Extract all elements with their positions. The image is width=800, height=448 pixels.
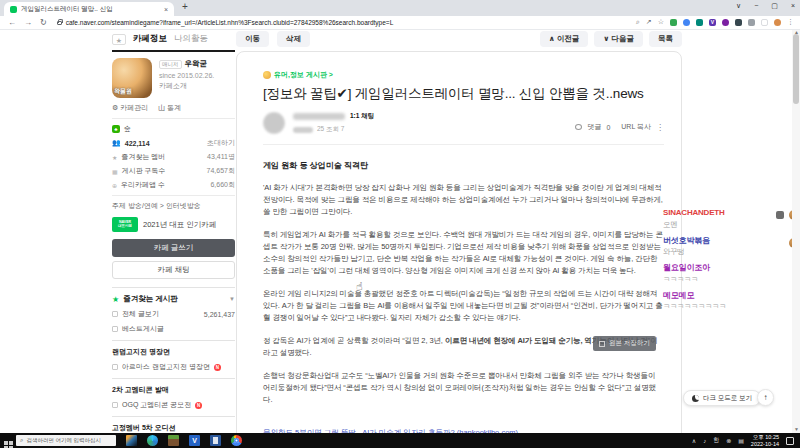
manager-badge: 매니저 <box>159 60 182 69</box>
profile-avatar-icon[interactable] <box>774 19 781 26</box>
chrome-icon[interactable] <box>231 435 242 446</box>
sidebar-section-gomemticon: 2차 고멤티콘 발매 <box>112 378 235 395</box>
taskbar-image-app-icon[interactable] <box>126 435 137 446</box>
cafe-app-value: 6,660회 <box>210 180 235 190</box>
delete-button[interactable]: 삭제 <box>277 31 310 47</box>
cafe-manage-link[interactable]: ⚙ 카페관리 <box>112 103 148 113</box>
forward-icon[interactable]: → <box>24 18 32 27</box>
minecraft-icon[interactable] <box>168 435 179 446</box>
scroll-down-arrow-icon[interactable]: ▼ <box>794 426 799 432</box>
extension-v-icon[interactable]: V <box>709 19 716 26</box>
board-icon <box>112 402 118 408</box>
tab-search-icon[interactable]: ∨ <box>736 2 741 10</box>
new-badge-icon: N <box>214 364 221 371</box>
extension-dark-icon[interactable] <box>735 19 742 26</box>
volume-icon[interactable]: ♪ <box>703 438 706 444</box>
cafe-topic[interactable]: 주제 방송/연예 > 인터넷방송 <box>112 201 235 211</box>
comment-label[interactable]: 댓글 <box>587 122 601 132</box>
scroll-to-top-button[interactable]: ↑ <box>757 389 774 406</box>
save-original-tooltip[interactable]: 원본 저장하기 <box>593 336 656 351</box>
dark-mode-button[interactable]: 다크 모드로 보기 <box>683 390 761 406</box>
tab-title: 게임일러스트레이터 멸망.. 신입 <box>21 5 160 14</box>
member-count: 422,114 <box>125 140 150 147</box>
board-icon <box>112 311 118 317</box>
tab-cafe-info[interactable]: 카페정보 <box>133 33 167 45</box>
cafe-favicon-icon <box>10 6 17 13</box>
cafe-grade: 숲 <box>124 124 131 134</box>
one-to-one-chat-badge[interactable]: 1:1 채팅 <box>350 112 374 121</box>
sidebar-item-best-posts[interactable]: 베스트게시글 <box>112 324 235 334</box>
members-icon: 👥 <box>112 139 121 147</box>
chevron-down-icon[interactable]: ▼ <box>229 296 235 302</box>
browser-tab-strip: 게임일러스트레이터 멸망.. 신입 × + ∨ − ▢ × <box>0 0 800 16</box>
zoom-icon[interactable]: ⌕ <box>636 18 640 26</box>
document-app-icon[interactable] <box>210 435 221 446</box>
scrollbar-thumb[interactable] <box>793 34 799 104</box>
tray-expand-icon[interactable]: ∧ <box>692 437 696 444</box>
back-icon[interactable]: ← <box>8 18 16 27</box>
maximize-button[interactable]: ▢ <box>771 2 778 10</box>
next-post-button[interactable]: ∨ 다음글 <box>594 31 643 47</box>
v-app-icon[interactable]: V <box>189 435 200 446</box>
extensions-puzzle-icon[interactable] <box>748 19 755 26</box>
sidebar-item-armas[interactable]: 아르마스 랜덤고지전 명장면 N <box>112 362 235 372</box>
board-icon <box>112 364 118 370</box>
tray-x-icon[interactable]: ⊗ <box>726 437 731 444</box>
cafe-grade-tree-icon: ♣ <box>112 125 120 133</box>
tray-panel-icon[interactable]: ▤ <box>738 437 744 444</box>
favorite-boards-header[interactable]: ★ 즐겨찾는 게시판 ▼ <box>112 287 235 304</box>
notification-center-icon[interactable] <box>786 437 794 445</box>
url-text[interactable]: cafe.naver.com/steamindiegame?iframe_url… <box>66 19 394 26</box>
favorite-cafe-star-icon[interactable]: ★ <box>112 34 126 45</box>
fav-members-value: 43,411명 <box>207 152 235 162</box>
cafe-chat-button[interactable]: 카페 채팅 <box>112 261 235 279</box>
reload-icon[interactable]: ↻ <box>40 18 47 27</box>
minimize-button[interactable]: − <box>754 2 758 10</box>
taskbar-search[interactable]: ⌕ 검색하려면 여기에 입력하십시 <box>16 435 116 446</box>
chat-message: 와꾸떵 <box>663 247 800 256</box>
extension-green-icon[interactable] <box>670 19 677 26</box>
extension-teal-icon[interactable] <box>696 19 703 26</box>
secure-lock-icon[interactable] <box>57 21 62 25</box>
naver-award-badge-icon: NAVER대표카페 <box>112 217 138 232</box>
url-copy-button[interactable]: URL 복사 <box>621 122 651 132</box>
sidebar-item-ogq[interactable]: OGQ 고멤티콘 공모전 N <box>112 400 235 410</box>
tab-close-icon[interactable]: × <box>164 6 168 13</box>
manager-name[interactable]: 우왁굳 <box>185 59 208 69</box>
ime-icon[interactable]: 한 <box>713 436 719 445</box>
extension-white-icon[interactable] <box>761 19 768 26</box>
cafe-logo-image[interactable] <box>112 58 152 98</box>
extension-blue-icon[interactable] <box>683 19 690 26</box>
new-tab-button[interactable]: + <box>182 1 188 12</box>
cafe-stats-link[interactable]: ⼭ 통계 <box>158 103 181 113</box>
chrome-menu-icon[interactable]: ⋮ <box>787 18 794 26</box>
extension-purple-icon[interactable] <box>722 19 729 26</box>
share-icon[interactable]: ↗ <box>646 18 652 26</box>
post-more-icon[interactable]: ⋮ <box>656 123 664 132</box>
cafe-intro-link[interactable]: 카페소개 <box>159 81 214 91</box>
list-button[interactable]: 목록 <box>649 31 682 47</box>
sidebar-item-all-posts[interactable]: 전체 글보기 5,261,437 <box>112 309 235 319</box>
screen: 게임일러스트레이터 멸망.. 신입 × + ∨ − ▢ × ← → ↻ cafe… <box>0 0 800 448</box>
green-star-icon: ★ <box>112 295 119 304</box>
cafe-write-button[interactable]: 카페 글쓰기 <box>112 239 235 257</box>
board-link[interactable]: 유머,정보 게시판 > <box>263 70 664 80</box>
browser-tab[interactable]: 게임일러스트레이터 멸망.. 신입 × <box>4 2 174 16</box>
star-icon: ★ <box>112 154 117 161</box>
window-close-button[interactable]: × <box>791 2 795 10</box>
author-row: 1:1 채팅 25 조회 7 댓글 0 URL 복사 ⋮ <box>263 112 664 134</box>
start-button[interactable] <box>0 431 16 448</box>
taskbar-clock[interactable]: 오후 10:25 2022-10-14 <box>751 434 779 448</box>
windows-logo-icon <box>4 441 13 448</box>
edge-icon[interactable] <box>147 435 158 446</box>
invite-link[interactable]: 초대하기 <box>207 138 235 148</box>
author-avatar[interactable] <box>263 112 285 134</box>
stream-chat-overlay: SINACHANDETH 오멘 버섯호박볶음 와꾸떵 월요일이조아 ㅋㅋㅋㅋㅋ … <box>663 208 800 318</box>
chat-username: 버섯호박볶음 <box>663 236 800 246</box>
board-subs-value: 74,657회 <box>207 166 235 176</box>
page-scrollbar[interactable]: ▲ ▼ <box>792 30 800 433</box>
move-button[interactable]: 이동 <box>236 31 269 47</box>
prev-post-button[interactable]: ∧ 이전글 <box>540 31 589 47</box>
bookmark-star-icon[interactable]: ☆ <box>658 18 664 26</box>
tab-my-activity[interactable]: 나의활동 <box>174 33 208 45</box>
